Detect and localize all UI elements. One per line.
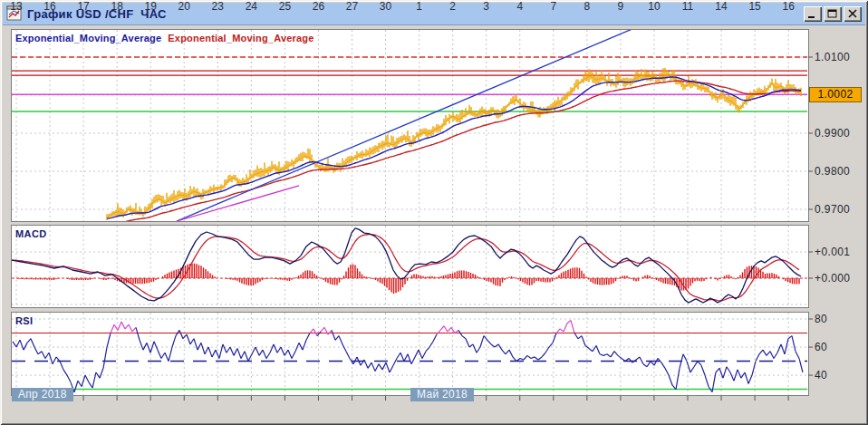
chart-window: График USD /CHF ЧАС Exponential_Moving_A… [0, 0, 868, 425]
x-axis-label: 23 [206, 0, 229, 13]
x-axis-label: 25 [273, 0, 296, 13]
indicator-legend: Exponential_Moving_AverageExponential_Mo… [15, 33, 314, 43]
x-axis-label: 24 [239, 0, 263, 13]
macd-axis-label: +0.001 [815, 246, 850, 258]
x-axis-label: 30 [374, 0, 398, 13]
minimize-button[interactable] [804, 6, 822, 22]
ema-label-red: Exponential_Moving_Average [168, 33, 313, 43]
close-icon [847, 9, 858, 19]
macd-label: MACD [15, 228, 47, 239]
x-axis-label: 15 [743, 0, 767, 13]
maximize-button[interactable] [824, 6, 842, 22]
x-axis-label: 3 [475, 0, 498, 13]
x-axis-label: 9 [609, 0, 632, 13]
x-axis-label: 10 [642, 0, 666, 13]
close-button[interactable] [844, 6, 862, 22]
price-chart-panel[interactable] [11, 29, 809, 222]
month-label: Май 2018 [410, 388, 474, 401]
x-axis-label: 18 [105, 0, 129, 13]
current-price-tag: 1.0002 [809, 87, 862, 102]
title-bar[interactable]: График USD /CHF ЧАС [3, 3, 865, 25]
x-axis-label: 16 [38, 0, 62, 13]
x-axis-label: 19 [139, 0, 162, 13]
x-axis-label: 11 [676, 0, 699, 13]
macd-axis-label: +0.000 [815, 272, 850, 285]
x-axis-label: 1 [408, 0, 431, 13]
x-axis-label: 4 [508, 0, 532, 13]
x-axis-label: 13 [5, 0, 28, 13]
rsi-axis-label: 40 [815, 369, 827, 382]
rsi-axis-label: 80 [815, 313, 827, 325]
x-axis-label: 17 [72, 0, 95, 13]
x-axis-label: 26 [306, 0, 330, 13]
x-axis-label: 7 [542, 0, 565, 13]
rsi-panel[interactable] [11, 312, 809, 396]
x-axis-label: 14 [709, 0, 733, 13]
minimize-icon [807, 9, 818, 19]
rsi-axis-label: 60 [815, 341, 827, 353]
x-axis-label: 20 [172, 0, 196, 13]
price-axis-label: 1.0100 [815, 51, 850, 63]
x-axis-label: 8 [575, 0, 599, 13]
price-axis-label: 0.9900 [815, 127, 850, 140]
x-axis-label: 27 [341, 0, 364, 13]
ema-label-blue: Exponential_Moving_Average [15, 33, 161, 43]
macd-panel[interactable] [11, 225, 809, 308]
price-axis-label: 0.9700 [815, 203, 850, 216]
month-label: Апр 2018 [12, 388, 73, 401]
x-axis-label: 16 [776, 0, 800, 13]
maximize-icon [827, 9, 838, 19]
price-axis-label: 0.9800 [815, 165, 850, 178]
rsi-label: RSI [15, 315, 34, 326]
x-axis-label: 2 [441, 0, 465, 13]
